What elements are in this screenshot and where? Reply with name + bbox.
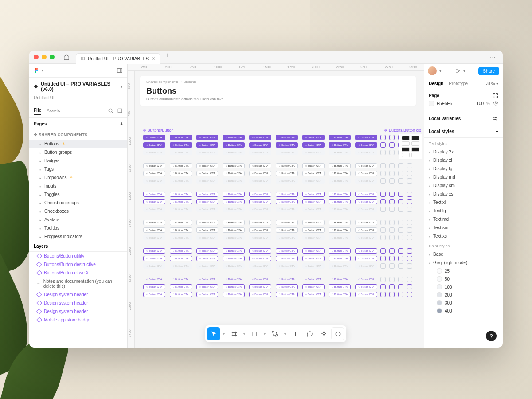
example-button[interactable]: ○ Button CTA	[276, 220, 298, 225]
example-button[interactable]: ○ Button CTA	[170, 263, 192, 269]
example-button[interactable]: ○ Button CTA	[355, 207, 377, 212]
example-button[interactable]: ○ Button CTA	[249, 235, 271, 240]
example-button[interactable]: ○ Button CTA	[355, 199, 377, 204]
example-button[interactable]: ○ Button CTA	[143, 142, 165, 148]
home-icon[interactable]	[63, 54, 70, 60]
example-button[interactable]: ○ Button CTA	[329, 163, 351, 168]
example-button[interactable]: ○ Button CTA	[249, 220, 271, 225]
example-button[interactable]: ○ Button CTA	[196, 178, 219, 184]
figma-logo-icon[interactable]	[34, 67, 39, 74]
example-button[interactable]: ○ Button CTA	[302, 178, 325, 184]
example-button[interactable]: ○ Button CTA	[276, 256, 298, 261]
example-button[interactable]: ○ Button CTA	[302, 199, 325, 204]
example-button[interactable]: ○ Button CTA	[196, 256, 219, 261]
fill-swatch[interactable]	[429, 101, 434, 106]
example-button[interactable]: ○ Button CTA	[329, 207, 351, 212]
example-button[interactable]: ○ Button CTA	[196, 277, 219, 282]
tab-prototype[interactable]: Prototype	[449, 81, 468, 86]
example-button[interactable]: ○ Button CTA	[249, 248, 271, 254]
example-button[interactable]: ○ Button CTA	[223, 220, 245, 225]
example-button[interactable]: ○ Button CTA	[276, 171, 298, 176]
minimize-window-icon[interactable]	[42, 55, 47, 59]
example-button[interactable]: ○ Button CTA	[302, 142, 325, 148]
example-button[interactable]: ○ Button CTA	[276, 207, 298, 212]
tab-file[interactable]: File	[34, 106, 41, 115]
example-button[interactable]: ○ Button CTA	[223, 284, 245, 289]
text-style-item[interactable]: ▸Display lg	[424, 164, 503, 173]
color-group-item[interactable]: ▸Base	[424, 250, 503, 258]
example-button[interactable]: ○ Button CTA	[143, 263, 165, 269]
dev-mode-tool[interactable]	[331, 327, 344, 340]
example-button[interactable]: ○ Button CTA	[355, 235, 377, 240]
layer-item[interactable]: Buttons/Button close X	[29, 269, 127, 277]
color-swatch-item[interactable]: 100	[424, 283, 503, 291]
example-button[interactable]: ○ Button CTA	[276, 292, 298, 297]
example-button[interactable]: ○ Button CTA	[355, 142, 377, 148]
example-button[interactable]: ○ Button CTA	[143, 171, 165, 176]
add-style-button[interactable]: +	[496, 129, 498, 134]
example-button[interactable]: ○ Button CTA	[196, 284, 219, 289]
example-button[interactable]: ○ Button CTA	[329, 142, 351, 148]
example-button[interactable]: ○ Button CTA	[355, 171, 377, 176]
text-style-item[interactable]: ▸Display xl	[424, 156, 503, 164]
example-button[interactable]: ○ Button CTA	[223, 235, 245, 240]
fill-opacity[interactable]: 100	[476, 101, 484, 106]
example-button[interactable]: ○ Button CTA	[329, 256, 351, 261]
section-local-vars[interactable]: Local variables	[429, 116, 461, 121]
example-button[interactable]: ○ Button CTA	[196, 192, 219, 197]
layer-item[interactable]: Design system header	[29, 299, 127, 307]
example-button[interactable]: ○ Button CTA	[302, 235, 325, 240]
chevron-down-icon[interactable]: ▾	[439, 69, 442, 73]
example-button[interactable]: ○ Button CTA	[249, 192, 271, 197]
example-button[interactable]: ○ Button CTA	[223, 171, 245, 176]
text-style-item[interactable]: ▸Display md	[424, 173, 503, 181]
section-local-styles[interactable]: Local styles	[429, 129, 454, 134]
example-button[interactable]: ○ Button CTA	[355, 220, 377, 225]
new-tab-button[interactable]: +	[162, 51, 173, 64]
example-button[interactable]: ○ Button CTA	[170, 248, 192, 254]
example-button[interactable]: ○ Button CTA	[276, 178, 298, 184]
auto-layout-icon[interactable]	[493, 93, 498, 98]
move-tool[interactable]	[207, 327, 220, 340]
example-button[interactable]: ○ Button CTA	[329, 284, 351, 289]
close-window-icon[interactable]	[34, 55, 39, 59]
page-item[interactable]: ↳Progress indicators	[29, 232, 127, 241]
text-style-item[interactable]: ▸Display sm	[424, 181, 503, 190]
example-button[interactable]: ○ Button CTA	[302, 171, 325, 176]
example-button[interactable]: ○ Button CTA	[329, 248, 351, 254]
example-button[interactable]: ○ Button CTA	[302, 220, 325, 225]
color-swatch-item[interactable]: 400	[424, 307, 503, 315]
page-item[interactable]: ↳Checkboxes	[29, 207, 127, 215]
example-button[interactable]: ○ Button CTA	[196, 142, 219, 148]
example-button[interactable]: ○ Button CTA	[196, 220, 219, 225]
example-button[interactable]: ○ Button CTA	[143, 292, 165, 297]
example-button[interactable]: ○ Button CTA	[223, 256, 245, 261]
example-button[interactable]: ○ Button CTA	[143, 135, 165, 140]
example-button[interactable]: ○ Button CTA	[329, 192, 351, 197]
example-button[interactable]: ○ Button CTA	[223, 263, 245, 269]
example-button[interactable]: ○ Button CTA	[302, 256, 325, 261]
example-button[interactable]: ○ Button CTA	[276, 248, 298, 254]
example-button[interactable]: ○ Button CTA	[196, 263, 219, 269]
text-style-item[interactable]: ▸Display xs	[424, 190, 503, 198]
text-style-item[interactable]: ▸Text lg	[424, 207, 503, 215]
button-close-grid[interactable]	[399, 134, 422, 159]
example-button[interactable]: ○ Button CTA	[143, 178, 165, 184]
example-button[interactable]: ○ Button CTA	[329, 199, 351, 204]
present-icon[interactable]	[454, 68, 461, 74]
layer-item[interactable]: Buttons/Button utility	[29, 252, 127, 260]
text-tool[interactable]	[289, 327, 302, 340]
fill-hex[interactable]: F5F5F5	[437, 101, 473, 106]
example-button[interactable]: ○ Button CTA	[143, 248, 165, 254]
example-button[interactable]: ○ Button CTA	[143, 227, 165, 233]
example-button[interactable]: ○ Button CTA	[223, 163, 245, 168]
example-button[interactable]: ○ Button CTA	[170, 135, 192, 140]
example-button[interactable]: ○ Button CTA	[223, 135, 245, 140]
example-button[interactable]: ○ Button CTA	[355, 178, 377, 184]
settings-icon[interactable]	[493, 116, 498, 121]
example-button[interactable]: ○ Button CTA	[249, 171, 271, 176]
example-button[interactable]: ○ Button CTA	[355, 292, 377, 297]
example-button[interactable]: ○ Button CTA	[249, 163, 271, 168]
example-button[interactable]: ○ Button CTA	[223, 248, 245, 254]
example-button[interactable]: ○ Button CTA	[143, 150, 165, 155]
